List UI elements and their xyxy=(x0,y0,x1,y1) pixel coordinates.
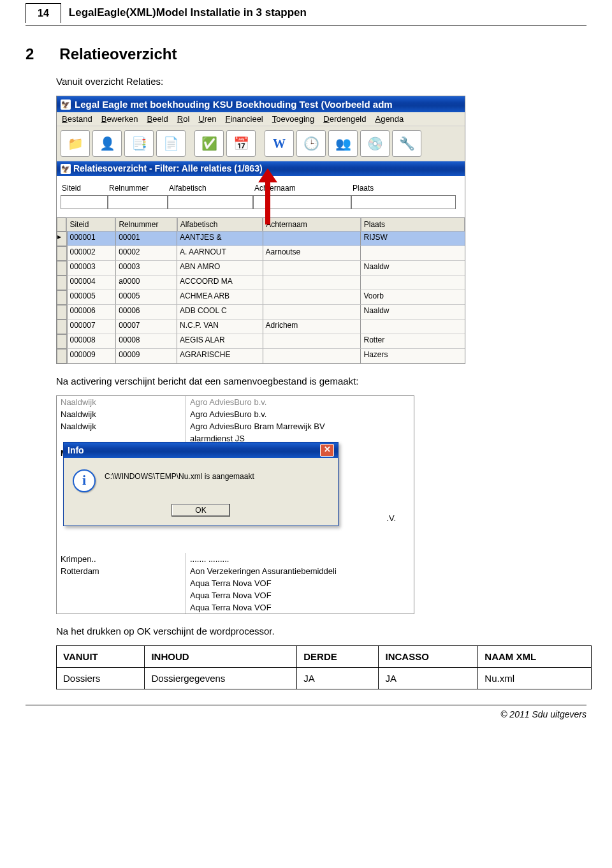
dialog-title: Info xyxy=(68,445,84,455)
search-label: Alfabetisch xyxy=(168,184,253,193)
grid-cell xyxy=(360,246,465,261)
cell: Aqua Terra Nova VOF xyxy=(186,601,414,614)
calendar-icon[interactable]: 📅 xyxy=(226,130,256,157)
table-row[interactable]: 00000900009AGRARISCHEHazers xyxy=(57,349,465,364)
grid-cell: Rotter xyxy=(360,334,465,349)
section-number: 2 xyxy=(26,45,34,63)
cell xyxy=(57,577,186,589)
menu-agenda[interactable]: Agenda xyxy=(375,114,404,124)
grid-header[interactable]: Achternaam xyxy=(263,217,361,232)
cell: Naaldwijk xyxy=(57,420,186,432)
tools-icon[interactable]: 🔧 xyxy=(392,130,421,157)
grid-header[interactable]: Alfabetisch xyxy=(177,217,263,232)
grid-header-row: SiteidRelnummerAlfabetischAchternaamPlaa… xyxy=(57,217,465,232)
grid-cell xyxy=(263,232,361,246)
grid-cell: a0000 xyxy=(115,276,177,290)
menu-rol[interactable]: Rol xyxy=(177,114,190,124)
grid-cell: ADB COOL C xyxy=(177,305,263,320)
grid-header[interactable]: Relnummer xyxy=(115,217,177,232)
menu-financieel[interactable]: Financieel xyxy=(225,114,263,124)
page-icon[interactable]: 📄 xyxy=(156,130,186,157)
grid-cell xyxy=(263,276,361,290)
table-row[interactable]: 00000600006ADB COOL CNaaldw xyxy=(57,305,465,320)
table-header: NAAM XML xyxy=(478,646,592,668)
grid-cell: N.C.P. VAN xyxy=(177,320,263,334)
clock-icon[interactable]: 🕒 xyxy=(296,130,326,157)
dialog-message: C:\WINDOWS\TEMP\Nu.xml is aangemaakt xyxy=(105,469,254,481)
check-icon[interactable]: ✅ xyxy=(194,130,224,157)
search-input-siteid[interactable] xyxy=(61,195,108,209)
table-row[interactable]: 00000700007N.C.P. VANAdrichem xyxy=(57,320,465,334)
cell: Agro AdviesBuro Bram Marrewijk BV xyxy=(186,420,414,432)
table-cell: Nu.xml xyxy=(478,668,592,689)
list-item: NaaldwijkAgro AdviesBuro b.v. xyxy=(57,408,414,420)
close-icon[interactable]: ✕ xyxy=(320,444,334,457)
cell: Rotterdam xyxy=(57,565,186,577)
ok-button[interactable]: OK xyxy=(171,504,229,517)
table-row[interactable]: 00000300003ABN AMRONaaldw xyxy=(57,261,465,276)
grid-cell: 00009 xyxy=(115,349,177,364)
grid-cell: ACHMEA ARB xyxy=(177,290,263,305)
table-header: DERDE xyxy=(297,646,379,668)
grid-cell: Voorb xyxy=(360,290,465,305)
grid-cell: Aarnoutse xyxy=(263,246,361,261)
list-item: NaaldwijkAgro AdviesBuro b.v. xyxy=(57,396,414,408)
grid-cell: Hazers xyxy=(360,349,465,364)
grid-cell: 000007 xyxy=(67,320,116,334)
menu-uren[interactable]: Uren xyxy=(198,114,216,124)
mid-text: Na activering verschijnt bericht dat een… xyxy=(56,376,586,386)
table-cell: JA xyxy=(297,668,379,689)
cell: Aon Verzekeringen Assurantiebemiddeli xyxy=(186,565,414,577)
table-row[interactable]: 000004a0000ACCOORD MA xyxy=(57,276,465,290)
grid-cell xyxy=(263,290,361,305)
grid-header[interactable]: Plaats xyxy=(361,217,465,232)
grid-cell: 000002 xyxy=(67,246,116,261)
group-icon[interactable]: 👥 xyxy=(328,130,358,157)
list-item: Aqua Terra Nova VOF xyxy=(57,601,414,614)
search-input-relnummer[interactable] xyxy=(108,195,168,209)
search-input-alfabetisch[interactable] xyxy=(168,195,253,209)
grid-cell: 00007 xyxy=(115,320,177,334)
search-input-plaats[interactable] xyxy=(351,195,456,209)
grid-cell: Naaldw xyxy=(360,305,465,320)
grid-cell: A. AARNOUT xyxy=(177,246,263,261)
grid-cell: RIJSW xyxy=(360,232,465,246)
snippet-window: NaaldwijkAgro AdviesBuro b.v.NaaldwijkAg… xyxy=(56,395,414,614)
table-row[interactable]: 00000500005ACHMEA ARBVoorb xyxy=(57,290,465,305)
cell: Krimpen.. xyxy=(57,553,186,565)
table-cell: Dossiergegevens xyxy=(145,668,297,689)
cell: Aqua Terra Nova VOF xyxy=(186,577,414,589)
table-row[interactable]: 00000800008AEGIS ALARRotter xyxy=(57,334,465,349)
table-header: VANUIT xyxy=(57,646,145,668)
table-header: INCASSO xyxy=(379,646,478,668)
grid-header[interactable]: Siteid xyxy=(66,217,115,232)
doc-title: LegalEagle(XML)Model Installatie in 3 st… xyxy=(69,6,307,19)
subwindow-icon: 🦅 xyxy=(61,164,71,174)
list-item: Aqua Terra Nova VOF xyxy=(57,577,414,589)
word-icon[interactable]: W xyxy=(265,130,294,157)
cell: Aqua Terra Nova VOF xyxy=(186,589,414,601)
table-cell: JA xyxy=(379,668,478,689)
folder-icon[interactable]: 📁 xyxy=(61,130,90,157)
menu-bestand[interactable]: Bestand xyxy=(62,114,92,124)
grid-cell xyxy=(263,349,361,364)
grid-cell: 000008 xyxy=(67,334,116,349)
grid-cell xyxy=(263,261,361,276)
menu-bewerken[interactable]: Bewerken xyxy=(101,114,138,124)
menu-derdengeld[interactable]: Derdengeld xyxy=(323,114,366,124)
table-row[interactable]: ▸00000100001AANTJES &RIJSW xyxy=(57,232,465,246)
menu-beeld[interactable]: Beeld xyxy=(147,114,168,124)
person-icon[interactable]: 👤 xyxy=(92,130,122,157)
list-icon[interactable]: 📑 xyxy=(124,130,154,157)
list-item: NaaldwijkAgro AdviesBuro Bram Marrewijk … xyxy=(57,420,414,432)
dialog-titlebar: Info ✕ xyxy=(64,443,338,458)
cell: Agro AdviesBuro b.v. xyxy=(186,396,414,408)
cd-icon[interactable]: 💿 xyxy=(360,130,390,157)
grid-cell: 00008 xyxy=(115,334,177,349)
menu-toevoeging[interactable]: Toevoeging xyxy=(272,114,315,124)
grid-cell: 00001 xyxy=(115,232,177,246)
subwindow-title-text: Relatiesoverzicht - Filter: Alle relatie… xyxy=(73,163,263,173)
list-item: RotterdamAon Verzekeringen Assurantiebem… xyxy=(57,565,414,577)
table-row[interactable]: 00000200002A. AARNOUTAarnoutse xyxy=(57,246,465,261)
grid-cell xyxy=(263,334,361,349)
